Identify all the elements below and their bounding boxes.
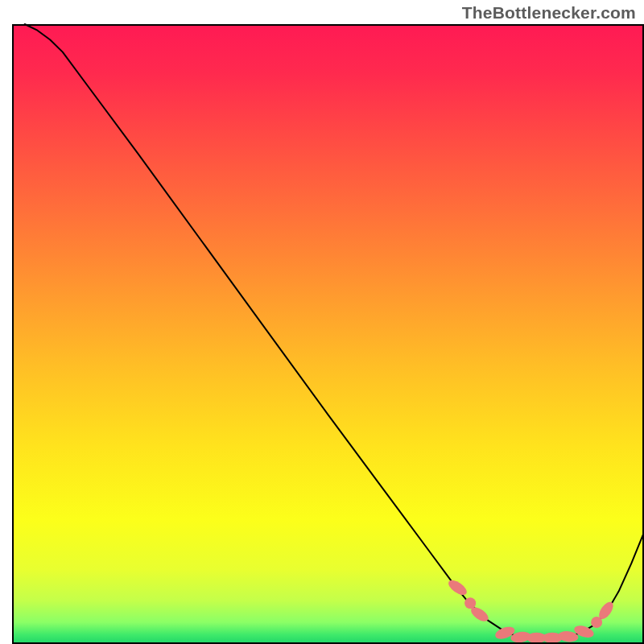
curve-marker (464, 597, 476, 609)
watermark-text: TheBottlenecker.com (462, 3, 636, 23)
chart-canvas (0, 0, 644, 644)
chart-root: TheBottlenecker.com (0, 0, 644, 644)
plot-background (12, 24, 644, 644)
